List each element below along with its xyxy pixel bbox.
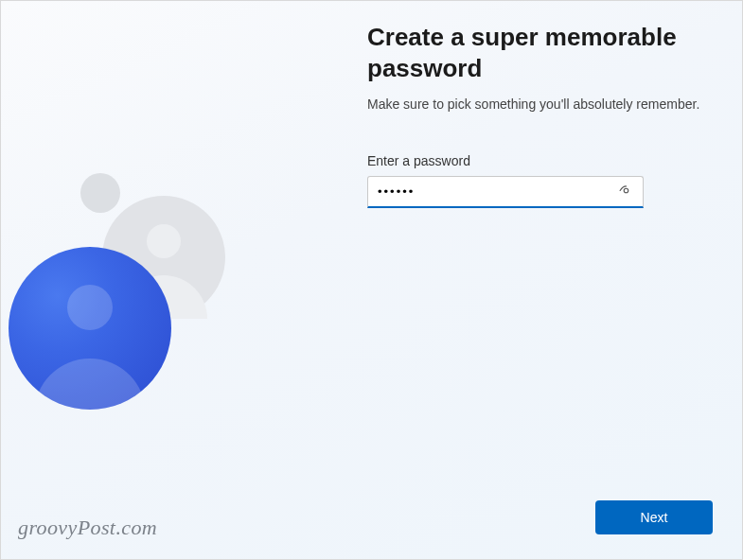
onboarding-illustration — [1, 1, 266, 559]
eye-icon — [618, 183, 634, 201]
password-input[interactable] — [368, 177, 609, 206]
avatar-shoulders — [34, 359, 146, 410]
password-label: Enter a password — [367, 153, 704, 168]
blue-avatar-circle — [9, 247, 171, 410]
page-subtitle: Make sure to pick something you'll absol… — [367, 96, 704, 112]
avatar-head — [147, 224, 181, 258]
reveal-password-button[interactable] — [609, 177, 643, 206]
svg-point-0 — [624, 188, 628, 193]
watermark-text: groovyPost.com — [18, 516, 157, 540]
avatar-head — [67, 285, 113, 330]
main-content: Create a super memorable password Make s… — [367, 22, 704, 208]
password-field-wrap — [367, 176, 644, 208]
small-circle — [80, 173, 120, 213]
page-title: Create a super memorable password — [367, 22, 704, 83]
next-button[interactable]: Next — [595, 500, 713, 534]
